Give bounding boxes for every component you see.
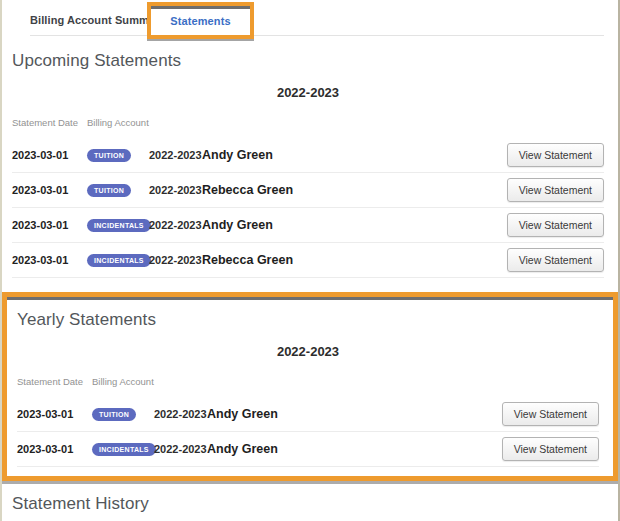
view-statement-button[interactable]: View Statement [507, 143, 604, 167]
billing-account-badge: TUITION [87, 184, 131, 197]
column-headers: Statement Date Billing Account [12, 117, 604, 138]
billing-account-badge: INCIDENTALS [87, 254, 151, 267]
statement-row: 2023-03-01 INCIDENTALS 2022-2023 Rebecca… [12, 243, 604, 278]
section-statement-history: Statement History 2022-2023 [2, 481, 618, 521]
statement-year: 2022-2023 [149, 184, 202, 196]
column-header-billing-account: Billing Account [92, 376, 212, 387]
view-statement-button[interactable]: View Statement [507, 178, 604, 202]
student-name: Andy Green [202, 218, 507, 232]
column-header-statement-date: Statement Date [17, 376, 92, 387]
billing-account-badge: TUITION [87, 149, 131, 162]
statement-date: 2023-03-01 [12, 219, 87, 231]
view-statement-button[interactable]: View Statement [502, 437, 599, 461]
statement-year: 2022-2023 [149, 254, 202, 266]
year-group-heading: 2022-2023 [12, 85, 604, 100]
billing-account-badge: TUITION [92, 408, 136, 421]
student-name: Andy Green [207, 407, 502, 421]
statement-year: 2022-2023 [154, 443, 207, 455]
billing-account-badge: INCIDENTALS [87, 219, 151, 232]
statement-row: 2023-03-01 INCIDENTALS 2022-2023 Andy Gr… [12, 208, 604, 243]
student-name: Andy Green [202, 148, 507, 162]
section-title-yearly: Yearly Statements [17, 310, 599, 330]
statement-date: 2023-03-01 [17, 443, 92, 455]
statement-row: 2023-03-01 TUITION 2022-2023 Andy Green … [12, 138, 604, 173]
tab-bar-divider [30, 35, 604, 36]
statement-row: 2023-03-01 TUITION 2022-2023 Andy Green … [17, 397, 599, 432]
statement-rows: 2023-03-01 TUITION 2022-2023 Andy Green … [17, 397, 599, 467]
tab-statements[interactable]: Statements [170, 15, 230, 27]
annotation-highlight-statements-tab: Statements [147, 2, 254, 39]
statement-date: 2023-03-01 [17, 408, 92, 420]
billing-account-badge: INCIDENTALS [92, 443, 156, 456]
statement-row: 2023-03-01 INCIDENTALS 2022-2023 Andy Gr… [17, 432, 599, 467]
statement-date: 2023-03-01 [12, 184, 87, 196]
billing-account-badge-cell: INCIDENTALS [87, 219, 149, 232]
statement-date: 2023-03-01 [12, 149, 87, 161]
statement-rows: 2023-03-01 TUITION 2022-2023 Andy Green … [12, 138, 604, 278]
student-name: Rebecca Green [202, 253, 507, 267]
billing-account-badge-cell: INCIDENTALS [87, 254, 149, 267]
billing-account-badge-cell: INCIDENTALS [92, 443, 154, 456]
view-statement-button[interactable]: View Statement [507, 213, 604, 237]
column-headers: Statement Date Billing Account [17, 376, 599, 397]
billing-account-badge-cell: TUITION [87, 184, 149, 197]
statements-page: Billing Account Summary Statements Upcom… [0, 0, 620, 521]
column-header-billing-account: Billing Account [87, 117, 207, 128]
annotation-highlight-yearly-statements: Yearly Statements 2022-2023 Statement Da… [2, 292, 618, 481]
student-name: Andy Green [207, 442, 502, 456]
section-title-upcoming: Upcoming Statements [12, 51, 604, 71]
statement-row: 2023-03-01 TUITION 2022-2023 Rebecca Gre… [12, 173, 604, 208]
section-yearly-statements: Yearly Statements 2022-2023 Statement Da… [7, 297, 613, 476]
billing-account-badge-cell: TUITION [87, 149, 149, 162]
statement-year: 2022-2023 [154, 408, 207, 420]
view-statement-button[interactable]: View Statement [502, 402, 599, 426]
statement-year: 2022-2023 [149, 149, 202, 161]
tab-bar: Billing Account Summary Statements [2, 0, 618, 37]
view-statement-button[interactable]: View Statement [507, 248, 604, 272]
statement-date: 2023-03-01 [12, 254, 87, 266]
section-upcoming-statements: Upcoming Statements 2022-2023 Statement … [2, 37, 618, 278]
column-header-statement-date: Statement Date [12, 117, 87, 128]
year-group-heading: 2022-2023 [17, 344, 599, 359]
billing-account-badge-cell: TUITION [92, 408, 154, 421]
section-title-history: Statement History [12, 494, 604, 514]
statement-year: 2022-2023 [149, 219, 202, 231]
student-name: Rebecca Green [202, 183, 507, 197]
tab-billing-account-summary[interactable]: Billing Account Summary [30, 14, 166, 26]
